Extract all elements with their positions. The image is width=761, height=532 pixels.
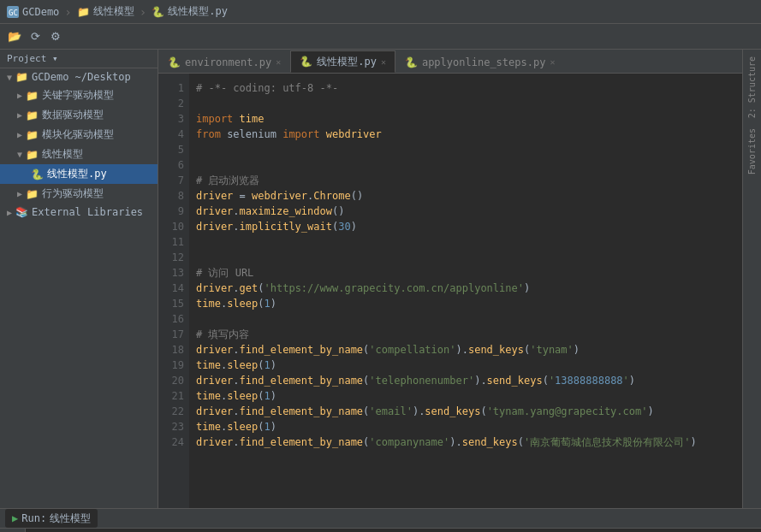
tabs-bar: 🐍environment.py✕🐍线性模型.py✕🐍applyonline_st… — [158, 50, 742, 74]
code-line-1: # -*- coding: utf-8 -*- — [196, 80, 742, 96]
run-tab-name: 线性模型 — [50, 511, 91, 526]
file-icon: 🐍 — [152, 6, 164, 18]
title-project: GC GCDemo — [7, 6, 59, 18]
code-line-16 — [196, 311, 742, 327]
code-line-10: driver.implicitly_wait(30) — [196, 219, 742, 234]
code-line-23: time.sleep(1) — [196, 419, 742, 434]
tree-item-线性模型.py[interactable]: 🐍线性模型.py — [0, 164, 158, 184]
tree-item-行为驱动模型[interactable]: ▶📁行为驱动模型 — [0, 184, 158, 204]
output-area: /Users/ydj/py_virtual_env/GCDemo/bin/pyt… — [26, 529, 761, 532]
code-line-12 — [196, 250, 742, 265]
sidebar: Project ▾ ▼📁GCDemo ~/Desktop▶📁关键字驱动模型▶📁数… — [0, 50, 158, 508]
run-icon: ▶ — [12, 512, 18, 524]
code-content[interactable]: # -*- coding: utf-8 -*- import timefrom … — [189, 74, 742, 508]
main-layout: Project ▾ ▼📁GCDemo ~/Desktop▶📁关键字驱动模型▶📁数… — [0, 50, 761, 508]
tabs-container: 🐍environment.py✕🐍线性模型.py✕🐍applyonline_st… — [158, 50, 564, 73]
project-icon: GC — [7, 6, 19, 18]
main-toolbar: 📂 ⟳ ⚙ — [0, 24, 761, 50]
run-tab-label: Run: — [21, 512, 46, 524]
folder-icon: 📁 — [77, 6, 90, 18]
tree-item-数据驱动模型[interactable]: ▶📁数据驱动模型 — [0, 105, 158, 125]
bottom-panel: ▶ Run: 线性模型 ▶ ■ ⏸ ⊡ ⊞ ⊟ « » /Users/ydj/p… — [0, 508, 761, 532]
favorites-tab[interactable]: Favorites — [746, 123, 758, 180]
code-line-7: # 启动浏览器 — [196, 173, 742, 188]
code-line-2 — [196, 96, 742, 111]
bottom-left-btns: ▶ ■ ⏸ ⊡ ⊞ ⊟ « » — [0, 529, 26, 532]
code-line-22: driver.find_element_by_name('email').sen… — [196, 404, 742, 419]
tree-item-线性模型[interactable]: ▼📁线性模型 — [0, 145, 158, 164]
code-line-13: # 访问 URL — [196, 265, 742, 281]
code-line-4: from selenium import webdriver — [196, 127, 742, 142]
tab-environment_py[interactable]: 🐍environment.py✕ — [158, 50, 290, 73]
code-line-14: driver.get('https://www.grapecity.com.cn… — [196, 281, 742, 296]
tree-item-External_Libraries[interactable]: ▶📚External Libraries — [0, 204, 158, 221]
title-bar: GC GCDemo › 📁 线性模型 › 🐍 线性模型.py — [0, 0, 761, 24]
bottom-tab-bar: ▶ Run: 线性模型 — [0, 509, 761, 529]
bottom-content: ▶ ■ ⏸ ⊡ ⊞ ⊟ « » /Users/ydj/py_virtual_en… — [0, 529, 761, 532]
code-line-20: driver.find_element_by_name('telephonenu… — [196, 373, 742, 388]
svg-text:GC: GC — [9, 9, 18, 17]
code-line-8: driver = webdriver.Chrome() — [196, 188, 742, 204]
right-side-panel: 2: Structure Favorites — [742, 50, 761, 508]
title-file: 🐍 线性模型.py — [152, 4, 228, 19]
structure-tab[interactable]: 2: Structure — [746, 51, 758, 123]
tab-线性模型_py[interactable]: 🐍线性模型.py✕ — [290, 50, 395, 73]
sidebar-title[interactable]: Project ▾ — [0, 50, 158, 68]
tab-applyonline_steps_py[interactable]: 🐍applyonline_steps.py✕ — [395, 50, 565, 73]
code-line-15: time.sleep(1) — [196, 296, 742, 311]
run-tab[interactable]: ▶ Run: 线性模型 — [5, 509, 98, 528]
code-line-3: import time — [196, 111, 742, 127]
code-line-5 — [196, 142, 742, 157]
tree-item-关键字驱动模型[interactable]: ▶📁关键字驱动模型 — [0, 86, 158, 105]
code-line-19: time.sleep(1) — [196, 358, 742, 373]
code-line-24: driver.find_element_by_name('companyname… — [196, 434, 742, 450]
sidebar-project-label: Project ▾ — [7, 53, 58, 64]
code-line-21: time.sleep(1) — [196, 388, 742, 404]
title-folder: 📁 线性模型 — [77, 4, 134, 19]
code-line-17: # 填写内容 — [196, 327, 742, 342]
code-line-6 — [196, 157, 742, 173]
code-editor[interactable]: 123456789101112131415161718192021222324 … — [158, 74, 742, 508]
line-numbers: 123456789101112131415161718192021222324 — [158, 74, 189, 508]
toolbar-sync-btn[interactable]: ⟳ — [26, 27, 45, 46]
sidebar-tree: ▼📁GCDemo ~/Desktop▶📁关键字驱动模型▶📁数据驱动模型▶📁模块化… — [0, 68, 158, 221]
code-line-18: driver.find_element_by_name('compellatio… — [196, 342, 742, 358]
editor-area: 🐍environment.py✕🐍线性模型.py✕🐍applyonline_st… — [158, 50, 742, 508]
code-line-11 — [196, 234, 742, 250]
tree-item-GCDemo_~/Desktop[interactable]: ▼📁GCDemo ~/Desktop — [0, 68, 158, 86]
tree-item-模块化驱动模型[interactable]: ▶📁模块化驱动模型 — [0, 125, 158, 145]
code-line-9: driver.maximize_window() — [196, 204, 742, 219]
toolbar-folder-btn[interactable]: 📂 — [5, 27, 24, 46]
toolbar-settings-btn[interactable]: ⚙ — [46, 27, 65, 46]
